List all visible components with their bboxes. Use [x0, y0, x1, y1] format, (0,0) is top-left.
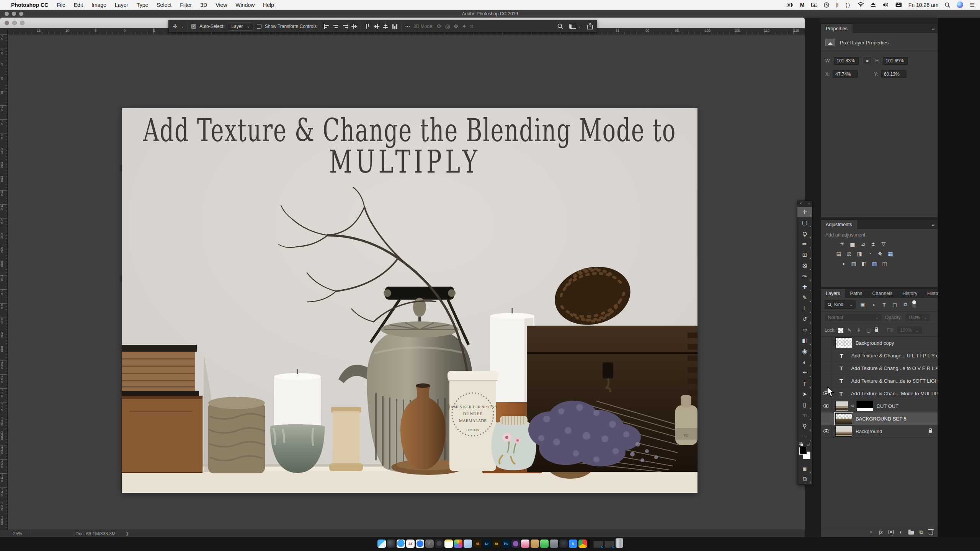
- curves-icon[interactable]: ⊿: [858, 240, 867, 248]
- align-right-edges-icon[interactable]: [342, 24, 348, 29]
- dock-safari[interactable]: [397, 540, 405, 548]
- canvas-pasteboard[interactable]: Add Texture & Change the Blending Mode t…: [8, 34, 805, 530]
- search-icon[interactable]: [557, 23, 563, 29]
- dock-photoshop[interactable]: Ps: [502, 540, 510, 548]
- dock-font-app[interactable]: F: [425, 540, 434, 548]
- exposure-icon[interactable]: ±: [869, 240, 878, 248]
- dock-lightroom[interactable]: Lr: [483, 540, 491, 548]
- menu-item-window[interactable]: Window: [231, 2, 259, 8]
- filter-pixel-layers-icon[interactable]: ▣: [859, 302, 866, 308]
- clone-stamp-tool[interactable]: ⊥: [797, 303, 812, 314]
- layer-row[interactable]: Background copy: [821, 337, 938, 349]
- levels-icon[interactable]: ▅: [848, 240, 857, 248]
- posterize-icon[interactable]: ▨: [849, 260, 858, 267]
- menu-item-layer[interactable]: Layer: [111, 2, 132, 8]
- move-tool[interactable]: ✛: [797, 207, 812, 217]
- dock-green-app[interactable]: [540, 540, 549, 548]
- align-vertical-centers-icon[interactable]: [374, 24, 379, 29]
- eraser-tool[interactable]: ▱: [797, 324, 812, 335]
- menu-item-help[interactable]: Help: [259, 2, 278, 8]
- height-field[interactable]: 101.69%: [883, 57, 908, 65]
- dock-aperture-app[interactable]: [435, 540, 443, 548]
- workspace-switcher[interactable]: ⌄: [569, 24, 581, 29]
- layer-visibility-eye-icon[interactable]: [821, 400, 832, 412]
- dock-minimized-window[interactable]: [593, 541, 603, 548]
- notification-center-icon[interactable]: ☰: [970, 2, 975, 8]
- dock-dark-disc-app[interactable]: [559, 540, 568, 548]
- delete-layer-icon[interactable]: [929, 530, 933, 535]
- spotlight-icon[interactable]: [945, 2, 950, 8]
- new-group-icon[interactable]: [908, 531, 914, 535]
- eyedropper-tool[interactable]: ✑: [797, 271, 812, 282]
- dock-chrome[interactable]: [578, 540, 587, 548]
- width-field[interactable]: 101.83%: [834, 57, 859, 65]
- time-machine-icon[interactable]: [824, 2, 829, 8]
- auto-select-checkbox[interactable]: ✓: [191, 24, 196, 29]
- hand-tool[interactable]: ☜: [797, 410, 812, 421]
- distribute-horizontal-icon[interactable]: [351, 24, 357, 29]
- document-traffic-lights[interactable]: [5, 21, 24, 25]
- filter-adjustment-layers-icon[interactable]: ◑: [869, 302, 877, 308]
- volume-icon[interactable]: [882, 2, 889, 7]
- photo-filter-icon[interactable]: ◔: [865, 250, 874, 258]
- new-adjustment-layer-icon[interactable]: ◐: [900, 529, 903, 535]
- dock-trash[interactable]: [616, 538, 623, 548]
- tools-collapse-icon[interactable]: »: [808, 202, 810, 205]
- filter-toggle[interactable]: [912, 301, 916, 308]
- share-icon[interactable]: [587, 23, 593, 29]
- healing-brush-tool[interactable]: ✚: [797, 282, 812, 292]
- swap-colors-icon[interactable]: ⇄: [807, 442, 810, 447]
- vertical-ruler[interactable]: 1510505101520253035404550556065707580859…: [0, 34, 8, 530]
- channel-mixer-icon[interactable]: ❖: [875, 250, 885, 258]
- opacity-field[interactable]: 100%⌄: [905, 313, 931, 322]
- layer-visibility-eye-icon[interactable]: [821, 425, 832, 437]
- brightness-contrast-icon[interactable]: ☀: [838, 240, 847, 248]
- dock-pink-display-app[interactable]: [521, 540, 529, 548]
- siri-icon[interactable]: [957, 2, 963, 8]
- tab-history[interactable]: History: [897, 289, 922, 298]
- menu-item-3d[interactable]: 3D: [196, 2, 211, 8]
- filter-type-layers-icon[interactable]: T: [880, 302, 888, 308]
- lock-artboard-icon[interactable]: ▢: [865, 328, 872, 333]
- menu-item-filter[interactable]: Filter: [176, 2, 196, 8]
- layer-thumbnail[interactable]: [835, 413, 852, 424]
- x-field[interactable]: 47.74%: [833, 70, 858, 78]
- tab-paths[interactable]: Paths: [845, 289, 867, 298]
- filter-smart-objects-icon[interactable]: ⧉: [902, 302, 909, 308]
- menu-item-file[interactable]: File: [52, 2, 70, 8]
- selective-color-icon[interactable]: ◫: [880, 260, 889, 267]
- type-tool[interactable]: T: [797, 378, 812, 389]
- tab-adjustments[interactable]: Adjustments: [821, 220, 857, 229]
- malwarebytes-icon[interactable]: M: [800, 2, 805, 8]
- dock-zoom-app[interactable]: ⌑: [569, 540, 577, 548]
- dock-bridge[interactable]: Br: [492, 540, 501, 548]
- black-white-icon[interactable]: ◨: [855, 250, 864, 258]
- lock-position-icon[interactable]: ✛: [856, 328, 862, 333]
- status-chevron-icon[interactable]: ❯: [126, 531, 129, 536]
- layer-row[interactable]: ∞CUT OUT: [821, 400, 938, 412]
- layer-row[interactable]: TAdd Texture & Chan...de to SOFT LIGHT: [821, 375, 938, 387]
- add-mask-icon[interactable]: [889, 530, 894, 534]
- tab-layers[interactable]: Layers: [821, 289, 845, 298]
- layer-thumbnail[interactable]: [835, 337, 852, 348]
- invert-icon[interactable]: ◑: [839, 260, 848, 267]
- y-field[interactable]: 60.13%: [881, 70, 906, 78]
- align-top-edges-icon[interactable]: [364, 24, 370, 29]
- filter-shape-layers-icon[interactable]: ▢: [891, 302, 898, 308]
- color-lookup-icon[interactable]: ▦: [886, 250, 895, 258]
- layer-row[interactable]: TAdd Texture & Chang...e to O V E R L A …: [821, 362, 938, 375]
- fill-field[interactable]: 100%⌄: [897, 326, 922, 334]
- layer-filter-kind-dropdown[interactable]: Kind ⌄: [825, 300, 856, 309]
- default-colors-icon[interactable]: [799, 442, 803, 446]
- layer-style-icon[interactable]: fx: [879, 529, 883, 535]
- lock-all-icon[interactable]: [875, 329, 878, 332]
- history-brush-tool[interactable]: ↺: [797, 314, 812, 324]
- window-traffic-lights[interactable]: [5, 12, 23, 16]
- tab-properties[interactable]: Properties: [821, 24, 853, 33]
- new-layer-icon[interactable]: ⧉: [920, 529, 923, 535]
- dock-minimized-window[interactable]: [604, 541, 614, 548]
- blur-tool[interactable]: ◉: [797, 346, 812, 357]
- pen-tool[interactable]: ✒: [797, 367, 812, 378]
- input-source-icon[interactable]: [895, 2, 902, 7]
- dock-photos[interactable]: [454, 540, 462, 548]
